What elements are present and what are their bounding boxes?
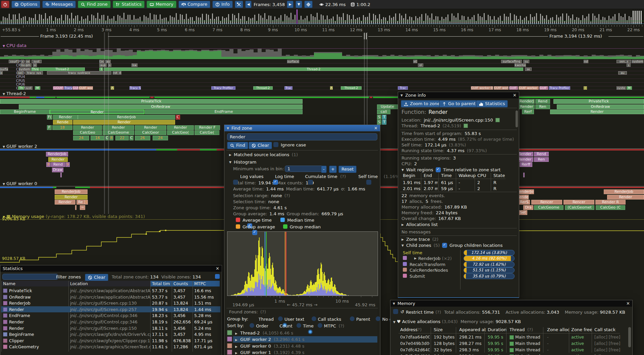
allocation-cell[interactable]: -	[547, 341, 567, 346]
statistics-close-icon[interactable]: ✕	[216, 266, 219, 271]
zone-block[interactable]: RenderJob	[604, 189, 644, 194]
stats-cell[interactable]: jni/../jni/src/claw/gfx/drv/vk/DriverVk.…	[70, 332, 151, 337]
zone-block[interactable]: Render	[55, 200, 75, 205]
zone-info-scrollbar[interactable]	[516, 110, 518, 127]
memory-column-header[interactable]: Appeared at	[459, 327, 486, 332]
allocation-cell[interactable]: [alloc] [free]	[594, 347, 627, 352]
cpu-zone-block[interactable]: sen..s	[616, 60, 631, 63]
wait-column-header[interactable]: End	[424, 173, 432, 178]
zone-block[interactable]: CalcGeome	[103, 130, 134, 135]
child-zone-time-bar[interactable]: 172.14 us (3.83%)	[464, 250, 515, 256]
stats-cell[interactable]: 18.23 s	[152, 313, 172, 318]
zone-block[interactable]: C	[129, 136, 133, 140]
statistics-titlebar[interactable]: Statistics ✕	[0, 265, 222, 272]
stats-cell[interactable]: 69.24 µs	[194, 319, 220, 324]
stats-cell[interactable]: 3,457	[173, 295, 193, 300]
zone-block[interactable]: 18	[52, 125, 72, 130]
zone-statistics-button[interactable]: Statistics	[476, 100, 508, 107]
allocation-cell[interactable]: 0x7dfc42d640	[400, 347, 430, 352]
stats-cell[interactable]: jni/../jni/src/guif/Control.cpp:346	[70, 313, 151, 318]
allocation-cell[interactable]: 0x7dfc53d898	[400, 354, 430, 355]
cpu-zone-block[interactable]: Thre	[31, 68, 39, 71]
allocation-cell[interactable]: 0x7e049b3d00	[400, 341, 430, 346]
cpu-zone-block[interactable]: kworke	[515, 63, 526, 67]
option-checkbox[interactable]	[308, 180, 313, 185]
stats-cell[interactable]: jni/../jni/src/guif/Screen.cpp:257	[70, 307, 151, 312]
allocation-cell[interactable]: active	[571, 354, 591, 355]
allocation-cell[interactable]: Main thread	[515, 341, 542, 346]
wait-column-header[interactable]: Wakeup	[459, 173, 476, 178]
zone-block[interactable]: 16	[91, 136, 105, 140]
goto-frame-button[interactable]	[304, 1, 313, 8]
zone-block[interactable]: PrivateTick	[553, 99, 644, 104]
allocation-cell[interactable]: 59.95 s	[488, 347, 505, 352]
allocation-cell[interactable]: 59.95 s	[488, 341, 505, 346]
cpu-zone-block[interactable]: GUI	[72, 86, 78, 90]
radio-user-text[interactable]	[278, 316, 283, 321]
stats-cell[interactable]: 3,457	[173, 288, 193, 293]
zone-block[interactable]: Rend	[535, 99, 550, 104]
stats-cell[interactable]: 17.71 µs	[194, 338, 220, 343]
memory-titlebar[interactable]: ▼ Memory ✕	[390, 300, 632, 307]
min-bin-input[interactable]: 1	[285, 166, 324, 172]
cpu-zone-block[interactable]: syst	[24, 86, 33, 90]
stats-cell[interactable]: 57.37 s	[152, 288, 172, 293]
memory-column-header[interactable]: Zone free	[571, 327, 592, 332]
options-button[interactable]: Options	[11, 1, 40, 8]
stats-column-header[interactable]: MTPC	[193, 281, 220, 286]
zone-block[interactable]: Rerf	[522, 109, 534, 114]
allocation-cell[interactable]: -	[547, 335, 567, 340]
zone-block[interactable]: 24	[73, 136, 89, 140]
memory-button[interactable]: Memory	[147, 1, 176, 8]
cpu-zone-block[interactable]: kw	[131, 63, 138, 67]
zone-block[interactable]: RenderJob	[55, 189, 88, 194]
cpu-zone-block[interactable]: Thread-2	[341, 86, 362, 90]
wait-column-header[interactable]: CPU	[477, 173, 486, 178]
cpu-zone-block[interactable]: ssurf	[9, 60, 19, 63]
cpu-zone-block[interactable]: tracy_systrace	[47, 71, 111, 75]
cpu-zone-block[interactable]: surfacel	[287, 60, 299, 63]
allocation-cell[interactable]: active	[571, 335, 591, 340]
cpu-zone-block[interactable]: 1	[99, 68, 103, 71]
zone-block[interactable]: Render F	[195, 125, 220, 130]
stats-scrollbar-thumb[interactable]	[215, 274, 220, 279]
zone-block[interactable]: Render	[550, 109, 644, 114]
stats-filter-input[interactable]	[2, 274, 58, 280]
zone-block[interactable]: Draw	[52, 168, 63, 172]
allocation-cell[interactable]: 8 bytes	[434, 354, 455, 355]
zone-block[interactable]: RenderJ	[519, 99, 535, 104]
allocation-cell[interactable]: [alloc] [free]	[594, 335, 627, 340]
stats-cell[interactable]: 17.11 s	[152, 332, 172, 337]
stats-cell[interactable]: 262,656	[173, 319, 193, 324]
find-zone-search-input[interactable]: Render	[227, 133, 377, 140]
allocation-cell[interactable]: active	[571, 341, 591, 346]
child-zone-name[interactable]: Self time	[403, 250, 455, 255]
find-button[interactable]: Find	[227, 142, 248, 149]
cpu-zone-block[interactable]: Tracy	[64, 86, 72, 90]
frame-time-strip[interactable]	[0, 9, 644, 25]
zone-block[interactable]: Rencer	[564, 200, 594, 205]
zone-block[interactable]: Render	[607, 195, 644, 199]
stats-cell[interactable]: 13,824	[173, 301, 193, 306]
allocation-cell[interactable]: -	[547, 354, 567, 355]
cpu-zone-block[interactable]: tracy_sys	[25, 71, 43, 75]
zone-block[interactable]: 24	[153, 136, 168, 140]
zone-block[interactable]: Ren	[535, 104, 550, 109]
cpu-zone-block[interactable]: x	[0, 71, 3, 75]
zone-block[interactable]: Render	[135, 125, 166, 130]
cpu-zone-block[interactable]: rot_d	[113, 71, 121, 75]
cpu-zone-block[interactable]: Trac	[284, 86, 292, 90]
stats-cell[interactable]: Render	[9, 307, 69, 312]
zone-block[interactable]: RerS	[519, 200, 530, 205]
allocation-cell[interactable]: [alloc] [free]	[594, 341, 627, 346]
zone-block[interactable]: Set	[519, 210, 527, 215]
stats-cell[interactable]: 18.11 s	[152, 326, 172, 331]
stats-cell[interactable]: EndFrame	[9, 313, 69, 318]
stats-cell[interactable]: 18.19 s	[152, 319, 172, 324]
cpu-zone-block[interactable]: A	[330, 86, 333, 90]
cpu-zone-block[interactable]: GUIF wor	[79, 86, 93, 90]
radio-time[interactable]	[297, 323, 301, 328]
zone-block[interactable]: F	[47, 125, 52, 130]
cpu-zone-block[interactable]: si	[33, 63, 37, 67]
restrict-time-checkbox[interactable]	[393, 309, 398, 314]
